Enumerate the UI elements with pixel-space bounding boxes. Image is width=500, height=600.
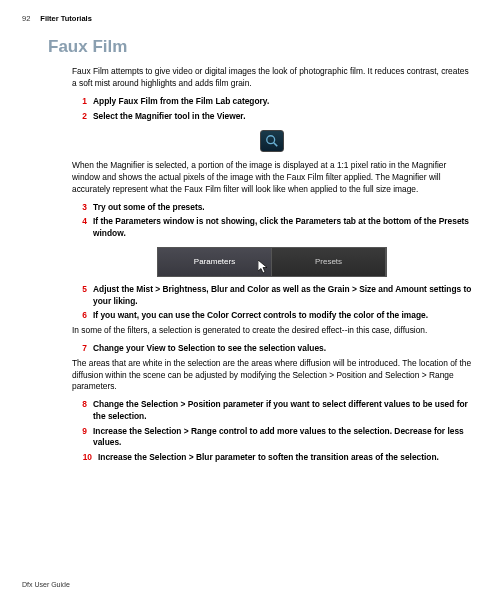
magnifier-figure: [72, 130, 472, 152]
step-7: 7 Change your View to Selection to see t…: [72, 343, 472, 355]
step-2: 2 Select the Magnifier tool in the Viewe…: [72, 111, 472, 123]
step-10: 10 Increase the Selection > Blur paramet…: [72, 452, 472, 464]
tabs-figure: Parameters Presets: [72, 247, 472, 277]
step-number: 3: [72, 202, 87, 214]
step-text: Change the Selection > Position paramete…: [93, 399, 472, 423]
step-number: 9: [72, 426, 87, 450]
step-number: 5: [72, 284, 87, 308]
step-6: 6 If you want, you can use the Color Cor…: [72, 310, 472, 322]
step-3: 3 Try out some of the presets.: [72, 202, 472, 214]
step-text: Increase the Selection > Range control t…: [93, 426, 472, 450]
step-text: Increase the Selection > Blur parameter …: [98, 452, 439, 464]
step-text: Adjust the Mist > Brightness, Blur and C…: [93, 284, 472, 308]
tab-presets[interactable]: Presets: [272, 248, 386, 276]
after-step-7-text: The areas that are white in the selectio…: [72, 358, 472, 393]
after-step-6-text: In some of the filters, a selection is g…: [72, 325, 472, 337]
step-number: 8: [72, 399, 87, 423]
step-text: Change your View to Selection to see the…: [93, 343, 326, 355]
intro-text: Faux Film attempts to give video or digi…: [72, 66, 472, 90]
step-number: 7: [72, 343, 87, 355]
step-text: Apply Faux Film from the Film Lab catego…: [93, 96, 269, 108]
page-title: Faux Film: [48, 35, 472, 59]
step-5: 5 Adjust the Mist > Brightness, Blur and…: [72, 284, 472, 308]
magnifier-icon: [260, 130, 284, 152]
step-number: 1: [72, 96, 87, 108]
step-4: 4 If the Parameters window is not showin…: [72, 216, 472, 240]
step-text: If you want, you can use the Color Corre…: [93, 310, 428, 322]
step-text: Try out some of the presets.: [93, 202, 205, 214]
step-number: 10: [72, 452, 92, 464]
step-number: 2: [72, 111, 87, 123]
tab-parameters[interactable]: Parameters: [158, 248, 272, 276]
step-number: 6: [72, 310, 87, 322]
svg-line-1: [274, 143, 278, 147]
step-8: 8 Change the Selection > Position parame…: [72, 399, 472, 423]
page-number: 92: [22, 14, 30, 25]
svg-point-0: [267, 136, 275, 144]
after-step-2-text: When the Magnifier is selected, a portio…: [72, 160, 472, 195]
step-text: Select the Magnifier tool in the Viewer.: [93, 111, 246, 123]
step-1: 1 Apply Faux Film from the Film Lab cate…: [72, 96, 472, 108]
step-text: If the Parameters window is not showing,…: [93, 216, 472, 240]
chapter-name: Filter Tutorials: [40, 14, 92, 25]
step-9: 9 Increase the Selection > Range control…: [72, 426, 472, 450]
page-header: 92 Filter Tutorials: [22, 14, 472, 25]
footer-text: Dfx User Guide: [22, 580, 70, 590]
step-number: 4: [72, 216, 87, 240]
tabs-panel: Parameters Presets: [157, 247, 387, 277]
content-body: Faux Film attempts to give video or digi…: [72, 66, 472, 464]
